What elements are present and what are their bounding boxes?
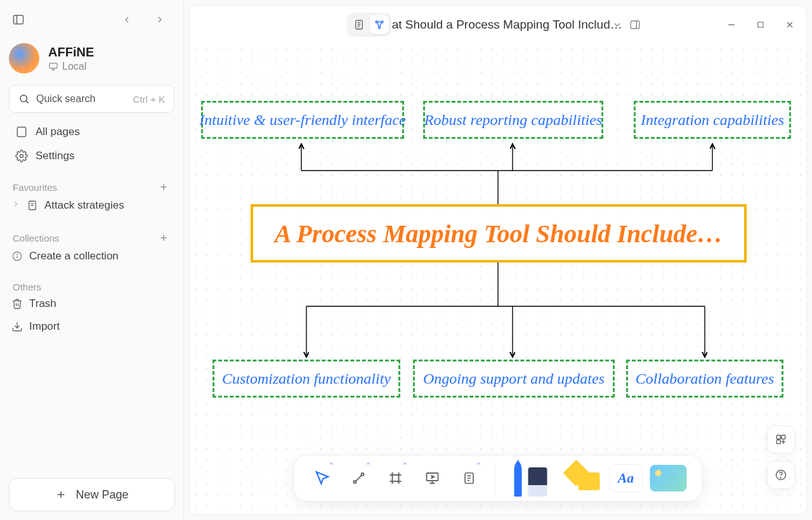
present-tool[interactable] — [416, 460, 449, 497]
frame-tool[interactable]: ⌃ — [379, 460, 412, 497]
others-header: Others — [13, 282, 41, 292]
svg-rect-48 — [776, 435, 780, 439]
svg-marker-65 — [432, 476, 435, 478]
svg-point-29 — [376, 21, 377, 23]
document-title[interactable]: What Should a Process Mapping Tool Inclu… — [374, 18, 622, 32]
window-maximize-button[interactable] — [754, 18, 767, 31]
nav-trash-label: Trash — [29, 297, 56, 310]
shape-tool[interactable] — [561, 460, 606, 497]
edgeless-mode-button[interactable] — [370, 15, 389, 34]
shapes-icon — [565, 462, 603, 494]
pen-tool[interactable] — [504, 460, 558, 497]
trash-icon — [11, 298, 23, 309]
image-icon — [650, 465, 687, 491]
workspace-avatar — [9, 43, 39, 74]
collections-header: Collections — [13, 233, 59, 244]
info-icon — [11, 250, 23, 262]
dropdown-caret-icon: ⌃ — [402, 461, 409, 471]
cursor-icon — [314, 470, 331, 486]
nav-all-pages[interactable]: All pages — [9, 122, 174, 142]
side-panel-button[interactable] — [629, 18, 641, 31]
page-mode-button[interactable] — [350, 15, 369, 34]
svg-rect-49 — [782, 435, 785, 439]
add-favourite-button[interactable] — [157, 180, 171, 194]
svg-line-57 — [356, 475, 362, 481]
history-forward-button[interactable] — [152, 11, 168, 28]
dropdown-caret-icon: ⌃ — [365, 461, 372, 471]
create-collection-button[interactable]: Create a collection — [9, 245, 174, 268]
editor-mode-toggle — [347, 13, 391, 37]
note-tool[interactable]: ⌃ — [453, 460, 486, 497]
diagram-node-label: Robust reporting capabilities — [424, 112, 602, 129]
edgeless-toolbar: ⌃ ⌃ ⌃ ⌃ — [294, 455, 703, 502]
text-tool[interactable]: Aa — [610, 464, 643, 492]
diagram-node[interactable]: Customization functionality — [213, 360, 400, 398]
diagram-node-label: Ongoing support and updates — [423, 370, 605, 387]
select-tool[interactable]: ⌃ — [306, 460, 339, 497]
svg-rect-32 — [631, 21, 639, 29]
quick-search-button[interactable]: Quick search Ctrl + K — [9, 85, 174, 113]
presentation-icon — [425, 471, 440, 486]
svg-rect-0 — [14, 15, 23, 23]
nav-import[interactable]: Import — [9, 315, 174, 338]
add-collection-button[interactable] — [157, 231, 171, 245]
workspace-switcher[interactable]: AFFiNE Local — [9, 43, 174, 74]
favourites-header: Favourites — [13, 182, 57, 193]
diagram-node[interactable]: Robust reporting capabilities — [423, 101, 603, 139]
quick-search-label: Quick search — [36, 93, 95, 105]
note-icon — [462, 471, 476, 485]
pen-icon — [511, 460, 551, 497]
sidebar-collapse-button[interactable] — [9, 10, 28, 29]
quick-search-shortcut: Ctrl + K — [133, 94, 165, 105]
page-icon — [27, 200, 38, 211]
history-back-button[interactable] — [119, 11, 135, 28]
svg-rect-2 — [49, 63, 57, 68]
help-button[interactable] — [767, 461, 795, 489]
import-icon — [11, 321, 23, 332]
connector-tool[interactable]: ⌃ — [343, 460, 376, 497]
svg-rect-35 — [758, 22, 763, 27]
diagram-node-label: Collaboration features — [636, 370, 774, 387]
pages-icon — [15, 126, 28, 138]
diagram-node[interactable]: Intuitive & user-friendly interface — [201, 101, 404, 139]
diagram-node-label: Customization functionality — [222, 370, 391, 387]
diagram-node[interactable]: Integration capabilities — [634, 101, 791, 139]
svg-point-8 — [20, 155, 23, 158]
image-tool[interactable] — [646, 460, 691, 497]
nav-trash[interactable]: Trash — [9, 292, 174, 315]
window-minimize-button[interactable] — [725, 18, 738, 31]
svg-point-30 — [381, 21, 383, 23]
titlebar: What Should a Process Mapping Tool Inclu… — [190, 6, 806, 44]
toolbar-separator — [495, 462, 495, 494]
svg-rect-7 — [17, 127, 25, 137]
nav-settings-label: Settings — [36, 150, 74, 162]
svg-line-6 — [26, 101, 28, 103]
monitor-icon — [48, 62, 58, 72]
favourite-item[interactable]: Attack strategies — [9, 194, 174, 217]
gear-icon — [15, 150, 28, 162]
nav-import-label: Import — [29, 320, 60, 333]
create-collection-label: Create a collection — [29, 250, 119, 263]
svg-point-5 — [20, 95, 27, 102]
diagram-node[interactable]: Collaboration features — [626, 360, 783, 398]
diagram-node-label: Intuitive & user-friendly interface — [199, 112, 405, 129]
search-icon — [18, 93, 30, 105]
connector-icon — [351, 471, 367, 486]
new-page-button[interactable]: New Page — [9, 478, 175, 511]
dropdown-caret-icon: ⌃ — [475, 461, 482, 471]
svg-point-31 — [379, 27, 381, 29]
nav-settings[interactable]: Settings — [9, 146, 174, 166]
diagram-node[interactable]: Ongoing support and updates — [413, 360, 615, 398]
whiteboard-canvas[interactable]: Intuitive & user-friendly interface Robu… — [190, 44, 806, 514]
frames-panel-button[interactable] — [767, 426, 795, 453]
dropdown-caret-icon: ⌃ — [328, 461, 335, 471]
title-dropdown-button[interactable] — [611, 18, 624, 31]
diagram-center-node[interactable]: A Process Mapping Tool Should Include… — [251, 204, 747, 263]
workspace-name: AFFiNE — [48, 45, 94, 60]
workspace-location: Local — [62, 61, 86, 72]
favourite-item-label: Attack strategies — [44, 199, 124, 212]
nav-all-pages-label: All pages — [36, 126, 80, 138]
diagram-node-label: Integration capabilities — [641, 112, 784, 129]
window-close-button[interactable] — [783, 18, 796, 31]
main-panel: What Should a Process Mapping Tool Inclu… — [189, 5, 807, 515]
